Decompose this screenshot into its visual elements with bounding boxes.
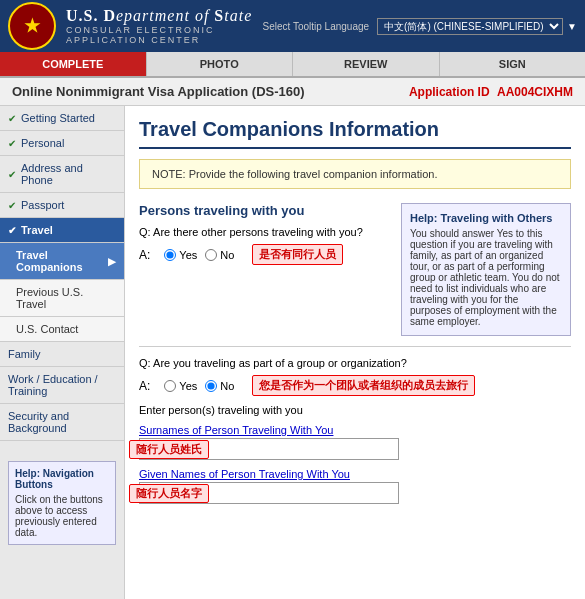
a1-label: A: <box>139 248 150 262</box>
dropdown-arrow-icon: ▼ <box>567 21 577 32</box>
no-radio-label-1[interactable]: No <box>205 249 234 261</box>
sidebar-help-box: Help: Navigation Buttons Click on the bu… <box>8 461 116 545</box>
q2-text: Q: Are you traveling as part of a group … <box>139 357 407 369</box>
check-icon: ✔ <box>8 225 16 236</box>
tooltip-language-label: Select Tooltip Language <box>263 21 370 32</box>
given-name-input-wrapper: 随行人员名字 <box>139 482 571 504</box>
sidebar-item-previous-travel[interactable]: Previous U.S. Travel <box>0 280 124 317</box>
answer-2: A: Yes No 您是否作为一个团队或者组织的成员去旅行 <box>139 375 571 396</box>
given-name-field-label: Given Names of Person Traveling With You <box>139 468 571 480</box>
left-column: Persons traveling with you Q: Are there … <box>139 203 391 336</box>
sidebar-item-security[interactable]: Security and Background <box>0 404 124 441</box>
sidebar-label: U.S. Contact <box>16 323 78 335</box>
sidebar-label: Work / Education / Training <box>8 373 116 397</box>
surname-input[interactable] <box>139 438 399 460</box>
surname-input-wrapper: 随行人员姓氏 <box>139 438 571 460</box>
yes-no-radio-group-2: Yes No <box>164 380 234 392</box>
navigation-bar: COMPLETE PHOTO REVIEW SIGN <box>0 52 585 78</box>
arrow-right-icon: ▶ <box>108 256 116 267</box>
sidebar-item-getting-started[interactable]: ✔ Getting Started <box>0 106 124 131</box>
subform-section: Enter person(s) traveling with you Surna… <box>139 404 571 504</box>
sidebar-item-personal[interactable]: ✔ Personal <box>0 131 124 156</box>
application-id: Application ID AA004CIXHM <box>409 85 573 99</box>
sidebar-item-family[interactable]: Family <box>0 342 124 367</box>
no-radio-2[interactable] <box>205 380 217 392</box>
sidebar-item-work-education[interactable]: Work / Education / Training <box>0 367 124 404</box>
sidebar-label: Address and Phone <box>21 162 116 186</box>
note-text: NOTE: Provide the following travel compa… <box>152 168 438 180</box>
sidebar-label: Travel <box>21 224 53 236</box>
answer-1: A: Yes No 是否有同行人员 <box>139 244 391 265</box>
application-title: Online Nonimmigrant Visa Application (DS… <box>12 84 305 99</box>
sidebar-help-text: Click on the buttons above to access pre… <box>15 494 109 538</box>
department-seal: ★ <box>8 2 56 50</box>
sidebar-item-passport[interactable]: ✔ Passport <box>0 193 124 218</box>
sidebar-label: Security and Background <box>8 410 116 434</box>
sidebar-item-address[interactable]: ✔ Address and Phone <box>0 156 124 193</box>
help-text: You should answer Yes to this question i… <box>410 228 562 327</box>
no-label-1: No <box>220 249 234 261</box>
sidebar-label: Family <box>8 348 40 360</box>
separator-1 <box>139 346 571 347</box>
sidebar-label: Passport <box>21 199 64 211</box>
given-name-input[interactable] <box>139 482 399 504</box>
nav-complete[interactable]: COMPLETE <box>0 52 147 76</box>
surname-field-group: Surnames of Person Traveling With You 随行… <box>139 424 571 460</box>
note-box: NOTE: Provide the following travel compa… <box>139 159 571 189</box>
department-title: U.S. Department of State CONSULAR ELECTR… <box>66 7 263 45</box>
enter-persons-label: Enter person(s) traveling with you <box>139 404 571 416</box>
check-icon: ✔ <box>8 169 16 180</box>
language-selector[interactable]: 中文(简体) (CHINESE-SIMPLIFIED) <box>377 18 563 35</box>
yes-radio-1[interactable] <box>164 249 176 261</box>
sidebar-label: Travel Companions <box>16 249 105 273</box>
given-name-field-group: Given Names of Person Traveling With You… <box>139 468 571 504</box>
nav-photo[interactable]: PHOTO <box>147 52 294 76</box>
no-radio-1[interactable] <box>205 249 217 261</box>
sidebar-label: Personal <box>21 137 64 149</box>
page-header: ★ U.S. Department of State CONSULAR ELEC… <box>0 0 585 52</box>
nav-sign[interactable]: SIGN <box>440 52 586 76</box>
section-title: Persons traveling with you <box>139 203 391 218</box>
yes-label-2: Yes <box>179 380 197 392</box>
check-icon: ✔ <box>8 113 16 124</box>
sidebar-help-title: Help: Navigation Buttons <box>15 468 109 490</box>
dept-subtext: CONSULAR ELECTRONIC APPLICATION CENTER <box>66 25 263 45</box>
app-id-label: Application ID <box>409 85 490 99</box>
yes-no-radio-group-1: Yes No <box>164 249 234 261</box>
application-header: Online Nonimmigrant Visa Application (DS… <box>0 78 585 106</box>
section-persons-traveling: Persons traveling with you Q: Are there … <box>139 203 571 336</box>
check-icon: ✔ <box>8 200 16 211</box>
main-layout: ✔ Getting Started ✔ Personal ✔ Address a… <box>0 106 585 599</box>
sidebar-item-travel[interactable]: ✔ Travel <box>0 218 124 243</box>
sidebar: ✔ Getting Started ✔ Personal ✔ Address a… <box>0 106 125 599</box>
sidebar-label: Getting Started <box>21 112 95 124</box>
page-title: Travel Companions Information <box>139 118 571 149</box>
annotation-q2: 您是否作为一个团队或者组织的成员去旅行 <box>252 375 475 396</box>
sidebar-item-us-contact[interactable]: U.S. Contact <box>0 317 124 342</box>
yes-label-1: Yes <box>179 249 197 261</box>
yes-radio-2[interactable] <box>164 380 176 392</box>
help-traveling-others: Help: Traveling with Others You should a… <box>401 203 571 336</box>
yes-radio-label-2[interactable]: Yes <box>164 380 197 392</box>
nav-review[interactable]: REVIEW <box>293 52 440 76</box>
check-icon: ✔ <box>8 138 16 149</box>
question-1: Q: Are there other persons traveling wit… <box>139 226 391 238</box>
dept-name: U.S. Department of State <box>66 7 263 25</box>
sidebar-label: Previous U.S. Travel <box>16 286 116 310</box>
no-label-2: No <box>220 380 234 392</box>
help-title: Help: Traveling with Others <box>410 212 562 224</box>
q1-text: Q: Are there other persons traveling wit… <box>139 226 363 238</box>
surname-field-label: Surnames of Person Traveling With You <box>139 424 571 436</box>
sidebar-item-travel-companions[interactable]: Travel Companions ▶ <box>0 243 124 280</box>
a2-label: A: <box>139 379 150 393</box>
no-radio-label-2[interactable]: No <box>205 380 234 392</box>
yes-radio-label-1[interactable]: Yes <box>164 249 197 261</box>
question-2: Q: Are you traveling as part of a group … <box>139 357 571 369</box>
content-area: Travel Companions Information NOTE: Prov… <box>125 106 585 599</box>
annotation-q1: 是否有同行人员 <box>252 244 343 265</box>
app-id-value: AA004CIXHM <box>497 85 573 99</box>
